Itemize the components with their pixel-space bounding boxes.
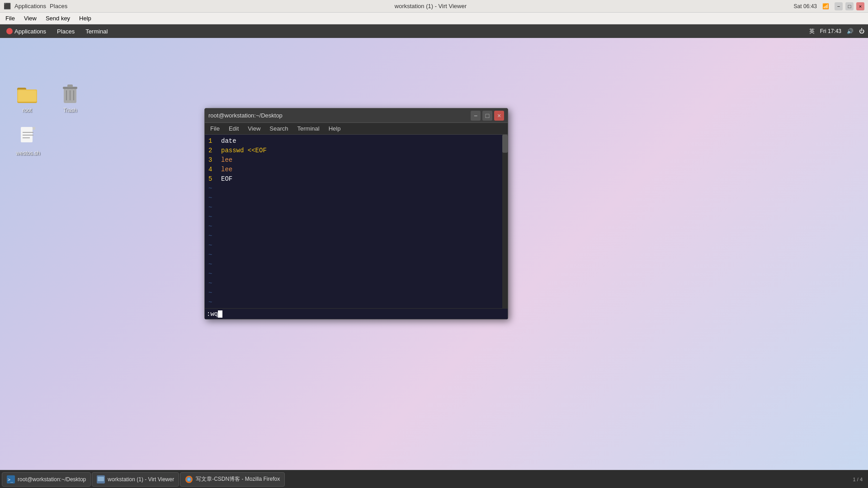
svg-rect-22 (100, 481, 102, 483)
language-indicator: 英 (809, 28, 815, 35)
terminal-titlebar: root@workstation:~/Desktop − □ × (205, 108, 508, 123)
terminal-help-menu[interactable]: Help (325, 124, 344, 133)
desktop-icon-root[interactable]: root (9, 83, 45, 114)
terminal-window: root@workstation:~/Desktop − □ × File Ed… (204, 108, 508, 319)
file-icon (19, 126, 37, 148)
svg-rect-8 (67, 84, 73, 87)
terminal-body: 1 date 2 passwd <<EOF 3 lee 4 lee (205, 135, 508, 308)
desktop-icon-westos-label: westos.sh (14, 150, 42, 157)
vim-cursor (218, 310, 222, 318)
desktop-bar-left: Applications Places Terminal (4, 27, 110, 36)
taskbar-terminal-label: root@workstation:~/Desktop (18, 476, 86, 483)
virt-viewer-taskbar-icon (97, 475, 105, 483)
terminal-edit-menu[interactable]: Edit (225, 124, 242, 133)
volume-icon: 🔊 (847, 28, 854, 34)
svg-text:>_: >_ (8, 477, 14, 483)
terminal-file-menu[interactable]: File (207, 124, 223, 133)
network-icon: 📶 (822, 3, 829, 9)
terminal-content[interactable]: 1 date 2 passwd <<EOF 3 lee 4 lee (205, 135, 502, 308)
terminal-menubar: File Edit View Search Terminal Help (205, 123, 508, 135)
desktop-applications-label: Applications (14, 28, 46, 35)
desktop-icon-trash[interactable]: Trash (52, 83, 88, 114)
svg-point-25 (188, 478, 190, 481)
desktop-topbar: Applications Places Terminal 英 Fri 17:43… (0, 24, 868, 38)
taskbar-item-terminal[interactable]: >_ root@workstation:~/Desktop (2, 472, 91, 487)
virt-viewer-titlebar: ⬛ Applications Places workstation (1) - … (0, 0, 868, 13)
maximize-button[interactable]: □ (845, 2, 854, 10)
taskbar-virt-label: workstation (1) - Virt Viewer (108, 476, 174, 483)
applications-menu[interactable]: Applications (14, 3, 46, 9)
terminal-minimize-button[interactable]: − (471, 111, 481, 121)
vim-line-1: 1 date (208, 136, 499, 146)
taskbar-right: 1 / 4 (853, 477, 866, 482)
folder-icon (16, 83, 38, 105)
vim-command-line[interactable]: :wq (205, 308, 508, 319)
titlebar-left: ⬛ Applications Places (4, 3, 67, 9)
terminal-taskbar-icon: >_ (7, 475, 15, 483)
tilde-lines: ~~~~~ ~~~~~ ~~~~~ ~~~~~ ~~~ (208, 184, 499, 308)
terminal-title: root@workstation:~/Desktop (208, 112, 283, 119)
vv-help-menu[interactable]: Help (75, 14, 95, 23)
vv-file-menu[interactable]: File (2, 14, 19, 23)
terminal-close-button[interactable]: × (494, 111, 504, 121)
terminal-terminal-menu[interactable]: Terminal (294, 124, 323, 133)
vv-sendkey-menu[interactable]: Send key (42, 14, 74, 23)
window-controls: − □ × (835, 2, 864, 10)
titlebar-right: Sat 06:43 📶 − □ × (794, 2, 864, 10)
desktop-icon-westos[interactable]: westos.sh (10, 126, 46, 157)
vim-line-2: 2 passwd <<EOF (208, 146, 499, 155)
vim-line-4: 4 lee (208, 165, 499, 174)
places-menu[interactable]: Places (50, 3, 67, 9)
taskbar-item-firefox[interactable]: 写文章-CSDN博客 - Mozilla Firefox (180, 472, 285, 487)
window-title: workstation (1) - Virt Viewer (395, 3, 467, 9)
close-button[interactable]: × (856, 2, 864, 10)
desktop: 西部开源 root Trash (0, 38, 868, 470)
terminal-maximize-button[interactable]: □ (482, 111, 492, 121)
desktop-bar-right: 英 Fri 17:43 🔊 ⏻ (809, 28, 864, 35)
firefox-taskbar-icon (185, 475, 193, 483)
vim-line-3: 3 lee (208, 155, 499, 165)
taskbar-item-virtviewer[interactable]: workstation (1) - Virt Viewer (92, 472, 179, 487)
power-icon: ⏻ (859, 28, 864, 34)
trash-icon (61, 83, 79, 105)
desktop-applications-menu[interactable]: Applications (4, 27, 49, 36)
vv-view-menu[interactable]: View (20, 14, 40, 23)
svg-rect-5 (18, 90, 36, 101)
terminal-scrollbar[interactable] (502, 135, 508, 308)
apps-dot-icon (6, 28, 13, 34)
app-icon: ⬛ (4, 3, 11, 9)
taskbar-firefox-label: 写文章-CSDN博客 - Mozilla Firefox (196, 475, 280, 483)
vim-line-5: 5 EOF (208, 174, 499, 184)
desktop-clock: Fri 17:43 (820, 28, 841, 34)
svg-rect-14 (33, 127, 35, 130)
desktop-places-menu[interactable]: Places (54, 27, 77, 36)
desktop-icon-trash-label: Trash (61, 107, 79, 114)
svg-rect-21 (98, 477, 104, 481)
taskbar: >_ root@workstation:~/Desktop workstatio… (0, 470, 868, 488)
taskbar-page-indicator: 1 / 4 (853, 477, 863, 482)
minimize-button[interactable]: − (835, 2, 843, 10)
virt-viewer-menubar: File View Send key Help (0, 13, 868, 24)
desktop-terminal-menu[interactable]: Terminal (83, 27, 110, 36)
terminal-view-menu[interactable]: View (244, 124, 264, 133)
vim-cmd-text: :wq (207, 310, 218, 318)
terminal-window-controls: − □ × (471, 111, 504, 121)
terminal-search-menu[interactable]: Search (266, 124, 292, 133)
desktop-icon-root-label: root (21, 107, 34, 114)
system-time: Sat 06:43 (794, 3, 817, 9)
